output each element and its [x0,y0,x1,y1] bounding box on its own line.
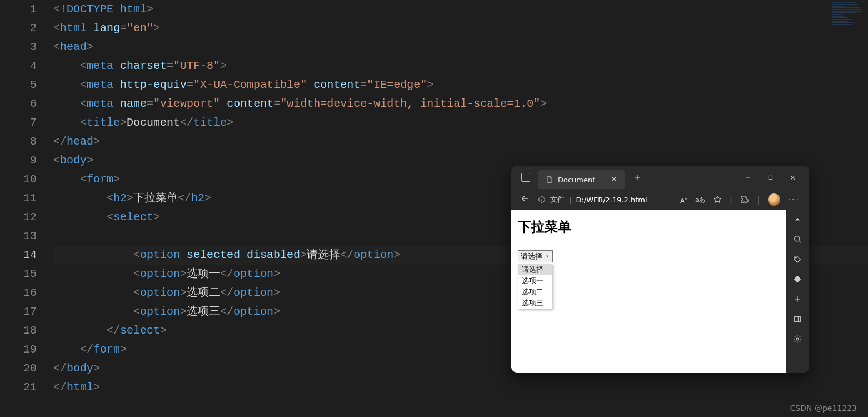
code-line[interactable]: <html lang="en"> [53,19,868,38]
svg-rect-0 [769,176,772,179]
line-number: 12 [0,208,37,227]
close-icon [789,174,796,181]
code-line[interactable]: </head> [53,132,868,151]
selected-option-label: 请选择 [521,251,542,261]
tab-title: Document [558,176,595,184]
line-number: 6 [0,95,37,113]
line-number: 1 [0,0,37,19]
settings-icon[interactable] [793,335,802,344]
close-tab-button[interactable] [611,176,617,184]
code-line[interactable]: <meta charset="UTF-8"> [53,57,868,76]
edge-sidebar [786,210,809,373]
translate-button[interactable]: aあ [695,196,705,204]
line-number: 14 [0,246,37,265]
svg-point-3 [795,257,796,258]
page-viewport: 下拉菜单 请选择 请选择选项一选项二选项三 [511,210,786,373]
more-menu-button[interactable]: ··· [788,195,800,204]
line-number: 19 [0,340,37,359]
code-line[interactable]: </html> [53,378,868,397]
back-button[interactable] [520,193,530,206]
url-display[interactable]: 文件 | D:/WEB/2.19.2.html [538,195,672,205]
minimize-button[interactable] [737,168,759,186]
svg-point-5 [796,338,799,340]
diamond-icon[interactable] [793,275,802,284]
line-number: 20 [0,359,37,378]
plus-icon [633,173,641,181]
extensions-button[interactable] [740,195,749,204]
maximize-button[interactable] [759,168,781,186]
line-number-gutter: 123456789101112131415161718192021 [0,0,47,397]
line-number: 18 [0,321,37,340]
dropdown-option[interactable]: 选项三 [518,297,552,309]
line-number: 16 [0,284,37,302]
code-line[interactable]: <meta http-equiv="X-UA-Compatible" conte… [53,76,868,95]
code-line[interactable]: <!DOCTYPE html> [53,0,868,19]
url-type-label: 文件 [550,195,565,205]
line-number: 8 [0,132,37,151]
page-heading: 下拉菜单 [518,218,779,236]
plus-sidebar-icon[interactable] [793,295,802,304]
titlebar: Document [511,166,809,189]
line-number: 7 [0,113,37,132]
line-number: 5 [0,76,37,95]
line-number: 11 [0,189,37,208]
line-number: 4 [0,57,37,76]
panel-icon[interactable] [793,315,802,324]
line-number: 21 [0,378,37,397]
select-dropdown[interactable]: 请选择 [518,250,553,262]
dropdown-option[interactable]: 选项一 [518,275,552,286]
url-path: D:/WEB/2.19.2.html [576,196,647,204]
browser-window: Document 文件 | D:/WEB/2.19.2.html A» aあ [511,166,809,373]
arrow-left-icon [520,193,530,203]
profile-avatar[interactable] [768,193,780,206]
close-icon [611,176,617,182]
minimap[interactable] [832,2,866,28]
favorite-button[interactable] [713,195,722,204]
search-icon[interactable] [793,235,802,244]
svg-point-2 [795,236,800,241]
read-aloud-button[interactable]: A» [680,195,687,205]
line-number: 17 [0,302,37,321]
caret-up-icon[interactable] [793,215,802,224]
minimize-icon [745,174,751,181]
maximize-icon [767,175,774,181]
tab-actions-icon[interactable] [521,173,530,182]
tag-icon[interactable] [793,255,802,264]
dropdown-option[interactable]: 请选择 [518,264,552,275]
line-number: 13 [0,227,37,246]
new-tab-button[interactable] [630,170,645,185]
code-line[interactable]: <head> [53,38,868,57]
address-bar: 文件 | D:/WEB/2.19.2.html A» aあ | | ··· [511,189,809,210]
code-line[interactable]: <meta name="viewport" content="width=dev… [53,95,868,113]
watermark: CSDN @pe11223 [790,404,857,413]
code-line[interactable]: <title>Document</title> [53,113,868,132]
chevron-down-icon [545,254,550,259]
dropdown-list[interactable]: 请选择选项一选项二选项三 [518,264,552,309]
close-window-button[interactable] [781,168,804,186]
info-icon [538,196,546,203]
browser-tab[interactable]: Document [538,170,625,189]
line-number: 3 [0,38,37,57]
svg-rect-4 [795,316,801,321]
line-number: 2 [0,19,37,38]
line-number: 9 [0,151,37,170]
window-controls [737,168,809,186]
file-icon [546,176,553,183]
line-number: 10 [0,170,37,189]
line-number: 15 [0,265,37,284]
dropdown-option[interactable]: 选项二 [518,286,552,297]
